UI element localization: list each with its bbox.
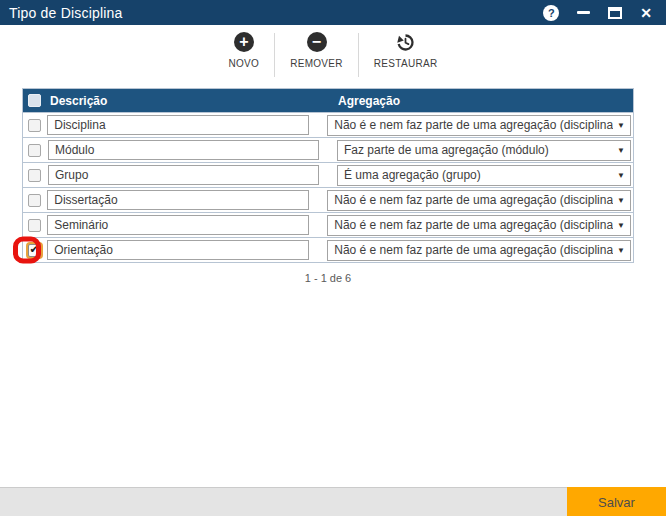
table-row: Não é e nem faz parte de uma agregação (… <box>23 187 633 212</box>
row-checkbox[interactable] <box>28 144 41 157</box>
row-checkbox[interactable] <box>28 194 41 207</box>
description-input[interactable] <box>48 165 319 185</box>
dialog-tipo-de-disciplina: Tipo de Disciplina ? ✕ + NOVO − REMOVER <box>0 0 666 516</box>
table-header: Descrição Agregação <box>23 89 633 112</box>
table-row: Não é e nem faz parte de uma agregação (… <box>23 237 633 262</box>
dialog-title: Tipo de Disciplina <box>9 5 123 21</box>
chevron-down-icon: ▼ <box>617 146 625 155</box>
aggregation-select[interactable]: Não é e nem faz parte de uma agregação (… <box>327 240 631 261</box>
row-checkbox[interactable] <box>28 169 41 182</box>
remover-label: REMOVER <box>290 58 343 69</box>
description-input[interactable] <box>48 140 319 160</box>
description-input[interactable] <box>47 190 309 210</box>
save-button[interactable]: Salvar <box>567 487 666 516</box>
help-icon[interactable]: ? <box>543 5 559 21</box>
aggregation-select[interactable]: Não é e nem faz parte de uma agregação (… <box>327 190 631 211</box>
chevron-down-icon: ▼ <box>617 221 625 230</box>
aggregation-select[interactable]: Não é e nem faz parte de uma agregação (… <box>327 215 631 236</box>
minimize-icon[interactable] <box>577 11 590 14</box>
restaurar-label: RESTAURAR <box>374 58 438 69</box>
minus-circle-icon: − <box>307 32 327 52</box>
row-checkbox[interactable] <box>28 244 41 257</box>
remover-button[interactable]: − REMOVER <box>275 32 358 78</box>
description-input[interactable] <box>47 115 309 135</box>
chevron-down-icon: ▼ <box>617 246 625 255</box>
row-checkbox[interactable] <box>28 119 41 132</box>
table-row: Não é e nem faz parte de uma agregação (… <box>23 212 633 237</box>
table-row: Não é e nem faz parte de uma agregação (… <box>23 112 633 137</box>
column-header-agregacao: Agregação <box>331 94 633 108</box>
table-row: É uma agregação (grupo) ▼ <box>23 162 633 187</box>
maximize-icon[interactable] <box>608 7 622 19</box>
chevron-down-icon: ▼ <box>617 196 625 205</box>
row-checkbox[interactable] <box>28 219 41 232</box>
select-all-checkbox[interactable] <box>28 94 41 107</box>
aggregation-select[interactable]: É uma agregação (grupo) ▼ <box>337 165 631 186</box>
discipline-table: Descrição Agregação Não é e nem faz part… <box>22 88 634 263</box>
restaurar-button[interactable]: RESTAURAR <box>359 32 453 78</box>
restore-history-icon <box>395 32 416 52</box>
column-header-descricao: Descrição <box>46 94 331 108</box>
aggregation-select[interactable]: Não é e nem faz parte de uma agregação (… <box>327 115 631 136</box>
aggregation-select[interactable]: Faz parte de uma agregação (módulo) ▼ <box>337 140 631 161</box>
description-input[interactable] <box>47 240 309 260</box>
close-icon[interactable]: ✕ <box>640 6 652 20</box>
table-row: Faz parte de uma agregação (módulo) ▼ <box>23 137 633 162</box>
novo-button[interactable]: + NOVO <box>214 32 275 78</box>
description-input[interactable] <box>47 215 309 235</box>
novo-label: NOVO <box>229 58 260 69</box>
window-controls: ? ✕ <box>543 5 657 21</box>
plus-circle-icon: + <box>234 32 254 52</box>
footer-bar: Salvar <box>0 487 666 516</box>
chevron-down-icon: ▼ <box>617 121 625 130</box>
chevron-down-icon: ▼ <box>617 171 625 180</box>
pagination-label: 1 - 1 de 6 <box>22 272 634 284</box>
toolbar: + NOVO − REMOVER RESTAURAR <box>0 32 666 78</box>
titlebar: Tipo de Disciplina ? ✕ <box>0 0 666 25</box>
